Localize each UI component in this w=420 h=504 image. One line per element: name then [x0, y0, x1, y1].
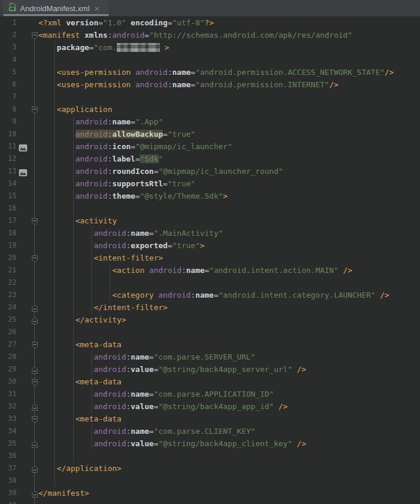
editor-tab-bar: MF AndroidManifest.xml ×	[0, 0, 420, 17]
code-token: label	[112, 154, 135, 163]
code-token: />	[278, 402, 288, 411]
code-token: <intent-filter>	[94, 253, 163, 262]
fold-end-icon[interactable]	[31, 489, 38, 498]
indent	[38, 377, 76, 386]
line-number: 1	[0, 17, 17, 29]
code-token: "@mipmap/ic_launcher_round"	[159, 167, 283, 176]
code-text: android:value="@string/back4app_client_k…	[38, 437, 306, 450]
fold-start-icon[interactable]	[31, 106, 38, 114]
code-token: />	[297, 365, 306, 374]
indent	[38, 291, 112, 299]
line-number: 7	[0, 91, 17, 103]
code-token: android	[76, 179, 108, 188]
ide-window: MF AndroidManifest.xml × 1<?xml version=…	[0, 0, 420, 504]
fold-end-icon[interactable]	[31, 465, 38, 473]
code-token: />	[385, 68, 394, 77]
indent	[38, 266, 112, 275]
line-number: 22	[0, 276, 17, 289]
line-number: 26	[0, 326, 17, 338]
line-number: 35	[0, 437, 17, 450]
code-token: :	[126, 241, 131, 250]
editor[interactable]: 1<?xml version="1.0" encoding="utf-8"?>2…	[0, 17, 420, 504]
indent	[38, 130, 76, 139]
indent	[38, 142, 76, 151]
code-text: <meta-data	[38, 375, 122, 388]
line-number: 3	[0, 41, 17, 54]
code-line-40: 40	[0, 499, 420, 504]
code-token: :	[126, 353, 131, 361]
code-line-16: 16	[0, 202, 420, 215]
code-text: <?xml version="1.0" encoding="utf-8"?>	[38, 17, 214, 29]
fold-end-icon[interactable]	[31, 304, 38, 312]
image-preview-icon[interactable]	[19, 143, 27, 150]
code-line-34: 34 android:name="com.parse.CLIENT_KEY"	[0, 425, 420, 437]
code-token	[339, 266, 343, 275]
fold-end-icon[interactable]	[31, 440, 38, 448]
code-token: version	[66, 18, 99, 27]
line-number: 10	[0, 128, 17, 140]
indent	[38, 105, 57, 114]
code-token: name	[195, 291, 214, 299]
fold-start-icon[interactable]	[31, 415, 38, 423]
line-number: 38	[0, 475, 17, 487]
code-token: =	[99, 18, 103, 27]
fold-start-icon[interactable]	[31, 378, 38, 386]
code-text: android:name="com.parse.APPLICATION_ID"	[38, 388, 274, 400]
code-token: value	[131, 439, 154, 448]
code-text: <meta-data	[38, 413, 122, 425]
fold-end-icon[interactable]	[31, 316, 38, 324]
line-number: 30	[0, 375, 17, 388]
line-number: 2	[0, 29, 17, 41]
code-token: "@style/Theme.Sdk"	[140, 192, 223, 200]
line-number: 12	[0, 153, 17, 165]
code-text: package="com. >	[38, 41, 169, 54]
code-text: <meta-data	[38, 338, 122, 351]
code-token: android	[94, 353, 126, 361]
code-token: />	[329, 80, 339, 89]
code-token: <activity	[76, 216, 117, 225]
code-token: </activity>	[76, 315, 126, 324]
code-token: android	[76, 167, 108, 176]
code-token: encoding	[131, 18, 168, 27]
fold-start-icon[interactable]	[31, 217, 38, 225]
code-token: package	[57, 43, 89, 52]
code-line-33: 33 <meta-data	[0, 413, 420, 425]
fold-start-icon[interactable]	[31, 341, 38, 349]
svg-text:MF: MF	[10, 7, 15, 11]
code-token: ".App"	[135, 117, 163, 126]
line-number: 34	[0, 425, 17, 437]
fold-end-icon[interactable]	[31, 403, 38, 411]
line-number: 13	[0, 165, 17, 177]
code-token: "android.permission.INTERNET"	[195, 80, 329, 89]
code-token: :	[126, 390, 131, 398]
code-text: <manifest xmlns:android="http://schemas.…	[38, 29, 352, 41]
fold-start-icon[interactable]	[31, 31, 38, 39]
code-line-4: 4	[0, 54, 420, 66]
code-token: android	[94, 241, 126, 250]
code-text: <activity	[38, 215, 117, 227]
code-token: >	[200, 241, 205, 250]
code-text: <action android:name="android.intent.act…	[38, 264, 352, 276]
code-text: android:name="com.parse.SERVER_URL"	[38, 351, 255, 363]
code-token: <?xml	[38, 18, 66, 27]
code-token: :	[126, 365, 131, 374]
code-token: "android.permission.ACCESS_NETWORK_STATE…	[195, 68, 385, 77]
code-line-25: 25 </activity>	[0, 314, 420, 326]
code-token	[274, 402, 278, 411]
code-token: name	[172, 68, 191, 77]
code-token: <meta-data	[76, 340, 122, 349]
code-token: =	[149, 390, 154, 398]
close-icon[interactable]: ×	[94, 5, 100, 12]
fold-start-icon[interactable]	[31, 254, 38, 262]
tab-label: AndroidManifest.xml	[20, 4, 90, 13]
indent	[38, 68, 57, 77]
code-token: =	[163, 130, 168, 139]
code-token: />	[343, 266, 353, 275]
indent	[38, 192, 76, 200]
code-token: "@mipmap/ic_launcher"	[135, 142, 232, 151]
fold-end-icon[interactable]	[31, 365, 38, 374]
code-line-5: 5 <uses-permission android:name="android…	[0, 66, 420, 78]
line-number: 36	[0, 450, 17, 462]
line-number: 32	[0, 400, 17, 413]
image-preview-icon[interactable]	[19, 167, 27, 174]
